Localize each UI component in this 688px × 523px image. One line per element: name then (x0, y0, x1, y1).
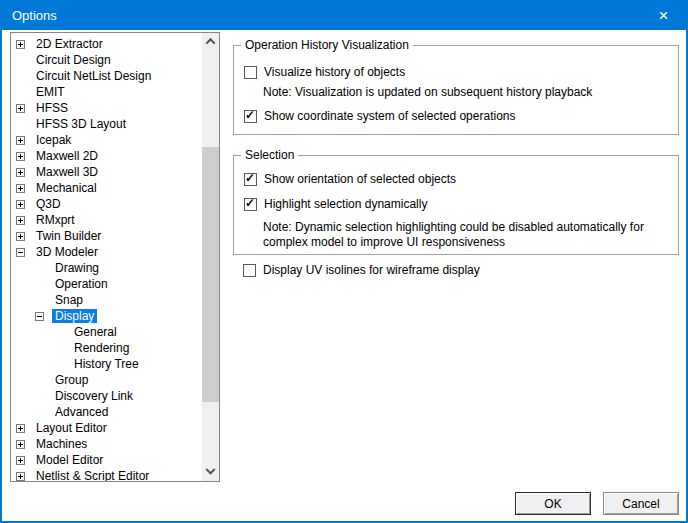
tree-item-circuit-design[interactable]: Circuit Design (11, 52, 202, 68)
tree-item-label[interactable]: 2D Extractor (33, 37, 106, 51)
tree-item-label[interactable]: Rendering (71, 341, 132, 355)
tree-item-rmxprt[interactable]: RMxprt (11, 212, 202, 228)
tree-item-label[interactable]: Group (52, 373, 91, 387)
tree-item-label[interactable]: History Tree (71, 357, 142, 371)
tree-item-label[interactable]: Operation (52, 277, 111, 291)
tree-item-label[interactable]: Advanced (52, 405, 111, 419)
title-bar[interactable]: Options × (2, 0, 686, 30)
expand-plus-icon[interactable] (16, 216, 33, 225)
tree-item-label[interactable]: Circuit NetList Design (33, 69, 154, 83)
tree-item-mechanical[interactable]: Mechanical (11, 180, 202, 196)
expand-plus-icon[interactable] (16, 152, 33, 161)
tree-items-container: 2D ExtractorCircuit DesignCircuit NetLis… (11, 36, 202, 482)
tree-item-twin-builder[interactable]: Twin Builder (11, 228, 202, 244)
tree-item-general[interactable]: General (11, 324, 202, 340)
checkbox-row-highlight-selection-dynamically[interactable]: ✓Highlight selection dynamically (244, 196, 678, 212)
tree-item-model-editor[interactable]: Model Editor (11, 452, 202, 468)
expand-plus-icon[interactable] (16, 440, 33, 449)
tree-item-machines[interactable]: Machines (11, 436, 202, 452)
scrollbar-thumb[interactable] (202, 147, 219, 402)
tree-item-q3d[interactable]: Q3D (11, 196, 202, 212)
tree-item-operation[interactable]: Operation (11, 276, 202, 292)
tree-item-hfss-3d-layout[interactable]: HFSS 3D Layout (11, 116, 202, 132)
collapse-minus-icon[interactable] (16, 248, 33, 257)
collapse-minus-icon[interactable] (35, 312, 52, 321)
tree-item-maxwell-3d[interactable]: Maxwell 3D (11, 164, 202, 180)
checkbox-unchecked[interactable] (244, 66, 257, 79)
tree-item-label[interactable]: HFSS 3D Layout (33, 117, 129, 131)
tree-item-label[interactable]: General (71, 325, 120, 339)
expand-plus-icon[interactable] (16, 40, 33, 49)
checkbox-row-display-uv-isolines[interactable]: Display UV isolines for wireframe displa… (243, 262, 480, 278)
cancel-button[interactable]: Cancel (603, 492, 679, 515)
expand-plus-icon[interactable] (16, 472, 33, 481)
tree-item-3d-modeler[interactable]: 3D Modeler (11, 244, 202, 260)
tree-item-group[interactable]: Group (11, 372, 202, 388)
expand-plus-icon[interactable] (16, 136, 33, 145)
group-box-operation-history-visualization: Operation History VisualizationVisualize… (233, 45, 679, 135)
tree-item-label[interactable]: Mechanical (33, 181, 100, 195)
tree-item-label[interactable]: Snap (52, 293, 86, 307)
ok-button[interactable]: OK (515, 492, 591, 515)
tree-item-label[interactable]: Model Editor (33, 453, 106, 467)
expand-plus-icon[interactable] (16, 184, 33, 193)
checkbox-label: Visualize history of objects (264, 65, 405, 79)
tree-item-label[interactable]: Maxwell 3D (33, 165, 101, 179)
tree-item-label[interactable]: Display (52, 309, 97, 323)
tree-item-label[interactable]: Maxwell 2D (33, 149, 101, 163)
tree-item-label[interactable]: Drawing (52, 261, 102, 275)
checkmark-icon: ✓ (245, 196, 255, 210)
expand-plus-icon[interactable] (16, 168, 33, 177)
tree-item-label[interactable]: Q3D (33, 197, 64, 211)
tree-item-emit[interactable]: EMIT (11, 84, 202, 100)
tree-item-hfss[interactable]: HFSS (11, 100, 202, 116)
tree-item-layout-editor[interactable]: Layout Editor (11, 420, 202, 436)
scrollbar-down-button[interactable] (202, 464, 219, 481)
checkbox-row-show-orientation-of-selected-objects[interactable]: ✓Show orientation of selected objects (244, 171, 678, 187)
tree-item-netlist-script-editor[interactable]: Netlist & Script Editor (11, 468, 202, 482)
expand-plus-icon[interactable] (16, 104, 33, 113)
tree-item-history-tree[interactable]: History Tree (11, 356, 202, 372)
group-title: Operation History Visualization (241, 38, 413, 52)
expand-plus-icon[interactable] (16, 424, 33, 433)
tree-item-label[interactable]: 3D Modeler (33, 245, 101, 259)
tree-item-label[interactable]: Twin Builder (33, 229, 104, 243)
scrollbar-up-button[interactable] (202, 33, 219, 50)
tree-item-label[interactable]: HFSS (33, 101, 71, 115)
checkbox-label: Show coordinate system of selected opera… (264, 109, 515, 123)
options-tree[interactable]: 2D ExtractorCircuit DesignCircuit NetLis… (10, 32, 220, 482)
tree-item-drawing[interactable]: Drawing (11, 260, 202, 276)
tree-item-2d-extractor[interactable]: 2D Extractor (11, 36, 202, 52)
tree-item-label[interactable]: Discovery Link (52, 389, 136, 403)
tree-item-label[interactable]: Netlist & Script Editor (33, 469, 152, 482)
checkbox-checked[interactable]: ✓ (244, 198, 257, 211)
chevron-up-icon (206, 38, 216, 48)
tree-item-maxwell-2d[interactable]: Maxwell 2D (11, 148, 202, 164)
tree-item-label[interactable]: Layout Editor (33, 421, 110, 435)
checkbox-row-show-coordinate-system-of-selected-operations[interactable]: ✓Show coordinate system of selected oper… (244, 108, 678, 124)
tree-item-advanced[interactable]: Advanced (11, 404, 202, 420)
tree-item-icepak[interactable]: Icepak (11, 132, 202, 148)
tree-item-label[interactable]: RMxprt (33, 213, 78, 227)
expand-plus-icon[interactable] (16, 456, 33, 465)
tree-item-circuit-netlist-design[interactable]: Circuit NetList Design (11, 68, 202, 84)
expand-plus-icon[interactable] (16, 232, 33, 241)
tree-scrollbar[interactable] (202, 33, 219, 481)
tree-item-rendering[interactable]: Rendering (11, 340, 202, 356)
checkbox-row-visualize-history-of-objects[interactable]: Visualize history of objects (244, 64, 678, 80)
tree-item-label[interactable]: Icepak (33, 133, 74, 147)
checkbox-checked[interactable]: ✓ (244, 173, 257, 186)
close-icon[interactable]: × (641, 0, 686, 30)
note-text: Note: Dynamic selection highlighting cou… (263, 220, 677, 250)
tree-item-snap[interactable]: Snap (11, 292, 202, 308)
tree-item-label[interactable]: EMIT (33, 85, 68, 99)
tree-item-discovery-link[interactable]: Discovery Link (11, 388, 202, 404)
tree-item-display[interactable]: Display (11, 308, 202, 324)
checkbox[interactable] (243, 264, 256, 277)
checkbox-checked[interactable]: ✓ (244, 110, 257, 123)
tree-item-label[interactable]: Circuit Design (33, 53, 114, 67)
tree-item-label[interactable]: Machines (33, 437, 90, 451)
expand-plus-icon[interactable] (16, 200, 33, 209)
checkmark-icon: ✓ (245, 171, 255, 185)
checkbox-label: Display UV isolines for wireframe displa… (263, 263, 480, 277)
